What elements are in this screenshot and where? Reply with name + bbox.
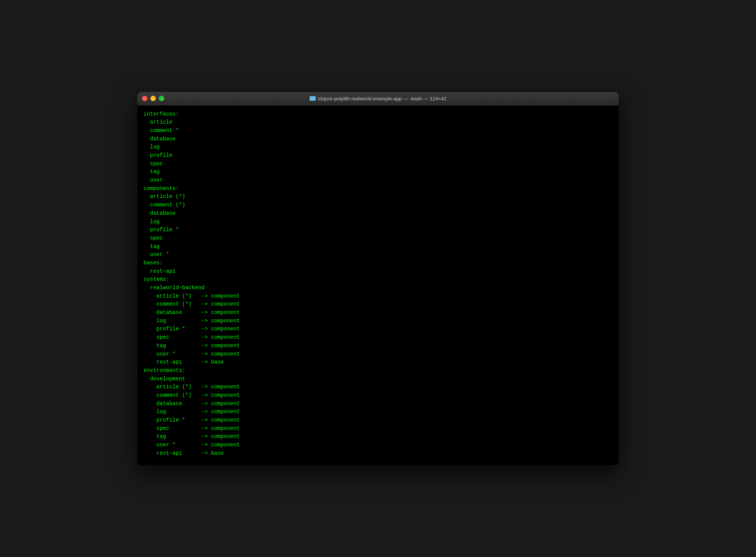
terminal-line: comment (*) [144, 201, 612, 209]
terminal-line: spec [144, 160, 612, 168]
terminal-window: clojure-polylith-realworld-example-app —… [137, 92, 619, 465]
terminal-line: spec -> component [144, 333, 612, 342]
title-bar: clojure-polylith-realworld-example-app —… [137, 92, 619, 106]
terminal-line: systems: [144, 275, 612, 284]
terminal-line: rest-api -> base [144, 358, 612, 367]
terminal-line: comment * [144, 127, 612, 135]
terminal-line: realworld-backend [144, 284, 612, 292]
terminal-line: components: [144, 185, 612, 193]
terminal-line: user * -> component [144, 350, 612, 359]
terminal-line: profile [144, 151, 612, 160]
terminal-line: profile * [144, 226, 612, 234]
terminal-line: database -> component [144, 400, 612, 408]
terminal-line: spec [144, 234, 612, 243]
terminal-line: development [144, 375, 612, 383]
terminal-line: tag [144, 243, 612, 251]
terminal-line: rest-api -> base [144, 449, 612, 458]
terminal-line: article (*) -> component [144, 292, 612, 301]
terminal-line: log -> component [144, 408, 612, 416]
terminal-line: tag -> component [144, 342, 612, 350]
window-title: clojure-polylith-realworld-example-app —… [310, 96, 446, 101]
terminal-line: profile * -> component [144, 416, 612, 425]
terminal-line: article (*) -> component [144, 383, 612, 391]
terminal-body[interactable]: interfaces: article comment * database l… [137, 106, 619, 465]
terminal-line: article (*) [144, 193, 612, 201]
terminal-line: tag -> component [144, 433, 612, 441]
terminal-line: tag [144, 168, 612, 176]
terminal-line: user [144, 176, 612, 185]
traffic-lights [142, 96, 164, 101]
terminal-line: spec -> component [144, 425, 612, 433]
terminal-line: rest-api [144, 267, 612, 276]
folder-icon [310, 96, 316, 101]
terminal-line: database [144, 209, 612, 218]
terminal-line: article [144, 118, 612, 127]
terminal-line: comment (*) -> component [144, 300, 612, 309]
terminal-line: user * [144, 251, 612, 259]
maximize-button[interactable] [159, 96, 164, 101]
terminal-line: log [144, 218, 612, 226]
terminal-line: bases: [144, 259, 612, 267]
close-button[interactable] [142, 96, 147, 101]
terminal-line: log -> component [144, 317, 612, 325]
terminal-line: log [144, 143, 612, 151]
terminal-line: profile * -> component [144, 325, 612, 333]
terminal-line: interfaces: [144, 110, 612, 119]
terminal-line: comment (*) -> component [144, 391, 612, 400]
terminal-line: database [144, 135, 612, 143]
terminal-line: user * -> component [144, 441, 612, 449]
terminal-line: database -> component [144, 309, 612, 317]
terminal-line: environments: [144, 367, 612, 375]
minimize-button[interactable] [150, 96, 156, 101]
